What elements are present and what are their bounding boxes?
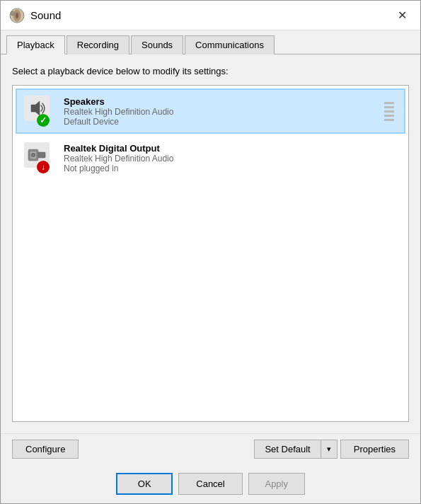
svg-rect-11 — [38, 152, 45, 158]
device-info-speakers: Speakers Realtek High Definition Audio D… — [64, 96, 173, 127]
device-icon-speakers: ✓ — [24, 96, 55, 127]
sound-dialog: Sound ✕ Playback Recording Sounds Commun… — [0, 0, 421, 504]
device-driver-digital-output: Realtek High Definition Audio — [64, 154, 173, 164]
device-badge-digital-output: ↓ — [37, 161, 50, 173]
ok-button[interactable]: OK — [116, 473, 173, 495]
device-name-digital-output: Realtek Digital Output — [64, 143, 173, 154]
action-buttons: Configure Set Default ▾ Properties — [1, 433, 420, 464]
tab-playback[interactable]: Playback — [6, 35, 65, 55]
tab-bar: Playback Recording Sounds Communications — [1, 30, 420, 55]
device-item-speakers[interactable]: ✓ Speakers Realtek High Definition Audio… — [16, 88, 405, 134]
device-driver-speakers: Realtek High Definition Audio — [64, 107, 173, 117]
configure-button[interactable]: Configure — [12, 440, 79, 459]
device-list-container: ✓ Speakers Realtek High Definition Audio… — [12, 85, 409, 422]
svg-point-10 — [33, 154, 35, 156]
close-button[interactable]: ✕ — [392, 6, 412, 25]
apply-button[interactable]: Apply — [248, 473, 305, 495]
device-list: ✓ Speakers Realtek High Definition Audio… — [13, 86, 408, 421]
svg-point-2 — [16, 13, 18, 18]
footer-buttons: OK Cancel Apply — [1, 464, 420, 503]
instruction-text: Select a playback device below to modify… — [12, 66, 409, 76]
window-title: Sound — [30, 9, 392, 21]
content-area: Select a playback device below to modify… — [1, 55, 420, 433]
tab-recording[interactable]: Recording — [67, 35, 129, 55]
device-item-digital-output[interactable]: ↓ Realtek Digital Output Realtek High De… — [16, 135, 405, 181]
set-default-arrow-button[interactable]: ▾ — [321, 440, 337, 458]
device-name-speakers: Speakers — [64, 96, 173, 107]
device-status-digital-output: Not plugged in — [64, 164, 173, 173]
tab-sounds[interactable]: Sounds — [131, 35, 183, 55]
title-bar: Sound ✕ — [1, 1, 420, 30]
set-default-button[interactable]: Set Default — [255, 440, 321, 458]
scrollbar-indicator — [381, 99, 397, 124]
tab-communications[interactable]: Communications — [185, 35, 275, 55]
device-status-speakers: Default Device — [64, 117, 173, 127]
svg-point-3 — [11, 11, 15, 16]
set-default-split-button: Set Default ▾ — [254, 440, 337, 459]
device-icon-digital-output: ↓ — [24, 142, 55, 173]
properties-button[interactable]: Properties — [340, 440, 409, 459]
device-badge-speakers: ✓ — [37, 114, 50, 127]
device-info-digital-output: Realtek Digital Output Realtek High Defi… — [64, 143, 173, 173]
cancel-button[interactable]: Cancel — [178, 473, 242, 495]
sound-icon — [9, 8, 25, 23]
